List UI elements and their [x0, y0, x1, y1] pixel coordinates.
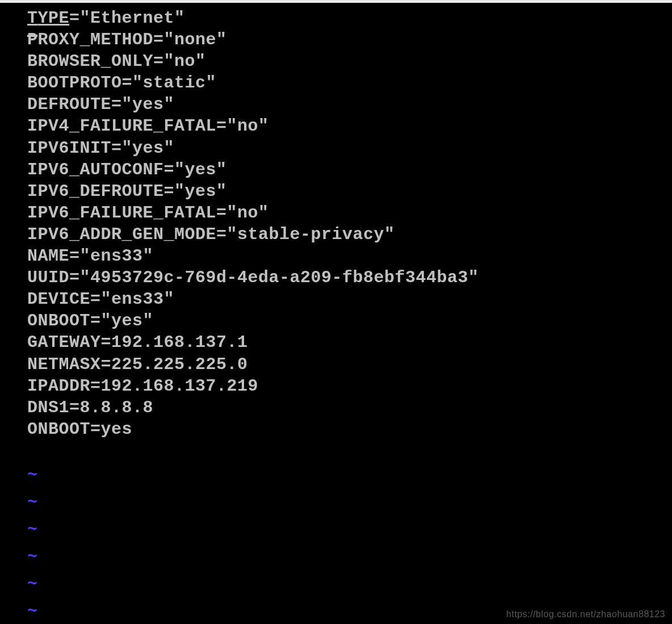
config-line: NAME="ens33" — [27, 245, 672, 267]
config-line: BROWSER_ONLY="no" — [27, 51, 672, 72]
vim-tilde-line: ~ — [27, 571, 672, 598]
config-line: GATEWAY=192.168.137.1 — [27, 332, 672, 353]
window-top-bar — [0, 0, 672, 3]
config-line: IPV6INIT="yes" — [27, 137, 672, 159]
config-line: UUID="4953729c-769d-4eda-a209-fb8ebf344b… — [27, 267, 672, 288]
config-line: DNS1=8.8.8.8 — [27, 397, 672, 418]
config-line: IPV6_DEFROUTE="yes" — [27, 181, 672, 202]
config-line: NETMASX=225.225.225.0 — [27, 354, 672, 375]
config-line: DEVICE="ens33" — [27, 288, 672, 310]
terminal-editor[interactable]: TYPE="Ethernet" PROXY_METHOD="none" BROW… — [0, 5, 672, 624]
config-line: BOOTPROTO="static" — [27, 72, 672, 94]
blank-line — [27, 440, 672, 462]
config-line: PROXY_METHOD="none" — [27, 29, 672, 51]
config-line: IPV6_ADDR_GEN_MODE="stable-privacy" — [27, 224, 672, 245]
vim-tilde-line: ~ — [27, 462, 672, 489]
config-line: DEFROUTE="yes" — [27, 94, 672, 115]
watermark-text: https://blog.csdn.net/zhaohuan88123 — [506, 609, 665, 619]
config-line: ONBOOT="yes" — [27, 310, 672, 332]
vim-tilde-line: ~ — [27, 543, 672, 571]
config-line: IPADDR=192.168.137.219 — [27, 375, 672, 397]
vim-tilde-line: ~ — [27, 489, 672, 516]
vim-tilde-line: ~ — [27, 516, 672, 543]
config-line: IPV6_AUTOCONF="yes" — [27, 159, 672, 181]
config-line: TYPE="Ethernet" — [27, 7, 672, 29]
cursor-indicator — [27, 35, 37, 37]
config-line: IPV6_FAILURE_FATAL="no" — [27, 202, 672, 224]
config-line: IPV4_FAILURE_FATAL="no" — [27, 115, 672, 137]
config-line: ONBOOT=yes — [27, 418, 672, 440]
